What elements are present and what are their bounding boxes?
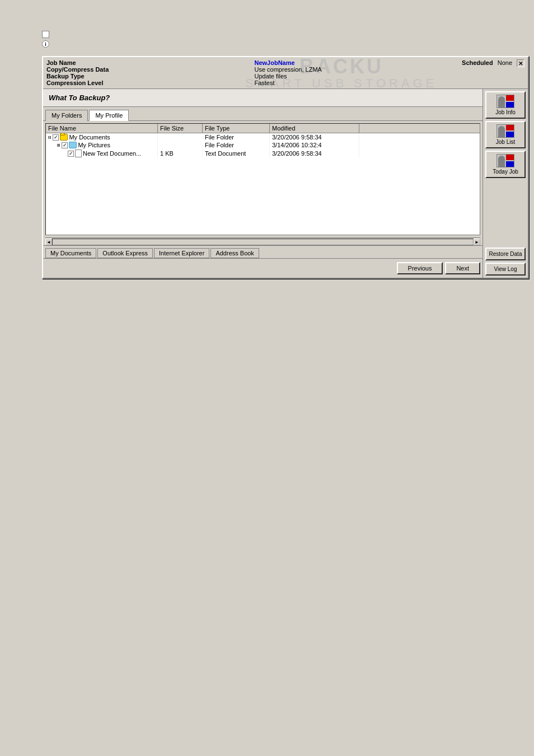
file-type-cell: File Folder [203,141,270,149]
file-checkbox[interactable] [68,151,74,157]
job-name-label: Job Name [46,59,249,66]
main-panel: What To Backup? My Folders My Profile Fi… [43,89,483,278]
file-name-cell: ⊞ My Pictures [46,141,158,149]
file-type-cell: Text Document [203,150,270,157]
window-content: What To Backup? My Folders My Profile Fi… [43,89,528,278]
tree-expand-icon[interactable]: ⊞ [57,142,60,148]
job-info-button[interactable]: Job Info [485,91,526,119]
window-header: Job Name NewJobName Copy/Compress Data U… [43,57,528,89]
copy-compress-value: Use compression, LZMA [254,66,462,73]
tab-outlook-express[interactable]: Outlook Express [97,248,153,258]
view-log-button[interactable]: View Log [485,263,526,276]
file-size-cell [158,137,203,138]
previous-button[interactable]: Previous [397,262,443,274]
file-list-body: ⊟ My Documents File Folder 3/20/2006 9:5… [46,133,480,158]
tab-my-documents[interactable]: My Documents [45,248,96,258]
file-modified-cell: 3/20/2006 9:58:34 [270,150,359,157]
toolbar-area: i [42,31,49,48]
bottom-tabs-row: My Documents Outlook Express Internet Ex… [43,245,483,258]
col-file-name: File Name [46,124,158,133]
toolbar-info-icon: i [42,40,49,48]
sidebar: Job Info Job List To [483,89,528,278]
header-info: Job Name NewJobName Copy/Compress Data U… [46,59,462,86]
col-file-size: File Size [158,124,203,133]
scrollbar-area: ◄ ► [45,237,480,245]
scheduled-value: None [498,59,512,66]
tabs-row: My Folders My Profile [43,107,483,121]
table-row: ⊞ My Pictures File Folder 3/14/2006 10:3… [46,141,480,149]
file-checkbox[interactable] [62,142,68,148]
horizontal-scrollbar[interactable] [52,239,474,245]
file-size-cell [158,144,203,146]
file-name-cell: New Text Documen... [46,149,158,158]
tab-my-folders[interactable]: My Folders [45,110,88,121]
scroll-right-button[interactable]: ► [474,239,480,245]
compression-value: Fastest [254,80,462,86]
scheduled-label: Scheduled [462,59,493,66]
job-info-icon [496,95,514,108]
today-job-button[interactable]: Today Job [485,151,526,178]
next-button[interactable]: Next [445,262,480,274]
folder-icon [60,134,68,141]
job-name-value: NewJobName [254,59,462,66]
file-modified-cell: 3/20/2006 9:58:34 [270,133,359,141]
copy-compress-label: Copy/Compress Data [46,66,249,73]
compression-label: Compression Level [46,80,249,86]
tab-address-book[interactable]: Address Book [210,248,259,258]
file-list-header: File Name File Size File Type Modified [46,124,480,133]
job-list-button[interactable]: Job List [485,121,526,148]
main-window: Job Name NewJobName Copy/Compress Data U… [42,56,529,279]
pictures-icon [69,142,77,148]
tree-expand-icon[interactable]: ⊟ [48,134,51,140]
file-list-container[interactable]: File Name File Size File Type Modified ⊟ [45,123,480,235]
table-row: New Text Documen... 1 KB Text Document 3… [46,149,480,158]
page-container: i Job Name NewJobName Copy/Compress Data… [0,0,534,756]
job-list-icon [496,124,514,138]
toolbar-checkbox[interactable] [42,31,49,38]
file-modified-cell: 3/14/2006 10:32:4 [270,141,359,149]
doc-icon [75,150,82,157]
what-to-backup-title: What To Backup? [43,89,483,107]
backup-type-value: Update files [254,73,462,80]
header-right: Scheduled None ✕ [462,59,524,86]
table-row: ⊟ My Documents File Folder 3/20/2006 9:5… [46,133,480,141]
restore-data-button[interactable]: Restore Data [485,248,526,260]
file-checkbox[interactable] [53,134,59,141]
tab-internet-explorer[interactable]: Internet Explorer [154,248,209,258]
file-size-cell: 1 KB [158,150,203,157]
backup-type-label: Backup Type [46,73,249,80]
close-button[interactable]: ✕ [517,59,524,67]
tab-my-profile[interactable]: My Profile [89,110,129,121]
file-type-cell: File Folder [203,133,270,141]
nav-buttons: Previous Next [43,258,483,278]
today-job-icon [496,154,514,167]
file-name-cell: ⊟ My Documents [46,133,158,141]
col-modified: Modified [270,124,359,133]
scroll-left-button[interactable]: ◄ [45,239,52,245]
col-file-type: File Type [203,124,270,133]
